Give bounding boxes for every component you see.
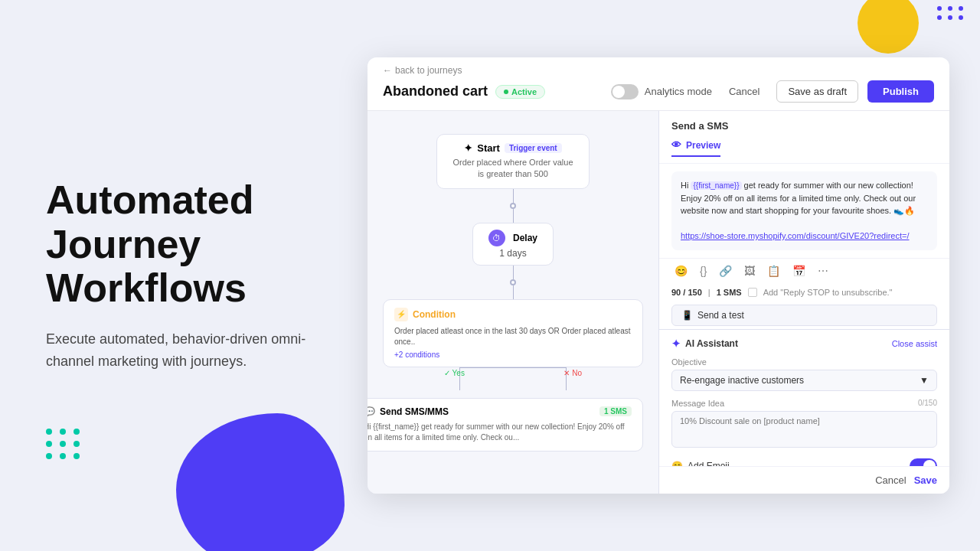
sms-preview-text: Hi {{first_name}} get ready for summer w… xyxy=(368,422,632,443)
connector-dot-2 xyxy=(510,279,516,285)
back-link[interactable]: ← back to journeys xyxy=(383,65,934,76)
code-button[interactable]: {} xyxy=(697,263,710,279)
connector-dot-1 xyxy=(510,203,516,209)
journey-canvas: ✦ Start Trigger event Order placed where… xyxy=(368,111,658,494)
sms-label: Send SMS/MMS xyxy=(380,406,449,417)
close-assist-button[interactable]: Close assist xyxy=(892,339,937,348)
delay-node[interactable]: ⏱ Delay 1 days xyxy=(472,223,554,266)
emoji-button[interactable]: 😊 xyxy=(671,263,691,279)
toggle-knob xyxy=(612,86,625,98)
analytics-label: Analytics mode xyxy=(645,86,712,97)
preview-label: Preview xyxy=(686,140,720,151)
branch-labels: ✓ Yes ✕ No xyxy=(436,369,590,377)
stats-row: 90 / 150 | 1 SMS Add "Reply STOP to unsu… xyxy=(659,283,949,302)
active-dot xyxy=(504,90,508,94)
sms-title: 💬 Send SMS/MMS xyxy=(368,406,449,417)
preview-link[interactable]: https://shoe-store.myshopify.com/discoun… xyxy=(681,231,909,240)
branch-connector: ✓ Yes ✕ No xyxy=(436,367,590,398)
right-panel: Send a SMS 👁 Preview Hi {{first_name}} g… xyxy=(658,111,949,494)
journey-title-area: Abandoned cart Active xyxy=(383,83,545,99)
ai-header: ✦ AI Assistant Close assist xyxy=(671,337,937,350)
connector-2 xyxy=(513,209,514,223)
condition-node[interactable]: ⚡ Condition Order placed atleast once in… xyxy=(383,299,643,367)
top-bar-row: Abandoned cart Active Analytics mode Can… xyxy=(383,80,934,103)
start-node-header: ✦ Start Trigger event xyxy=(449,142,577,154)
active-badge: Active xyxy=(495,85,545,99)
start-condition: Order placed where Order value is greate… xyxy=(449,157,577,181)
analytics-toggle[interactable]: Analytics mode xyxy=(611,84,712,99)
back-link-label: back to journeys xyxy=(395,65,462,76)
connector-1 xyxy=(513,189,514,203)
footer-save-button[interactable]: Save xyxy=(914,474,937,486)
link-button[interactable]: 🔗 xyxy=(716,263,735,279)
main-description: Execute automated, behavior-driven omni-… xyxy=(46,328,322,373)
trigger-tag: Trigger event xyxy=(505,143,562,153)
journey-title: Abandoned cart xyxy=(383,83,488,99)
objective-value: Re-engage inactive customers xyxy=(680,375,804,386)
delay-value: 1 days xyxy=(488,248,537,259)
content-area: ✦ Start Trigger event Order placed where… xyxy=(368,111,949,494)
condition-more[interactable]: +2 conditions xyxy=(394,350,632,359)
message-toolbar: 😊 {} 🔗 🖼 📋 📅 ⋯ xyxy=(659,258,949,283)
calendar-button[interactable]: 📅 xyxy=(789,263,808,279)
send-test-button[interactable]: 📱 Send a test xyxy=(671,305,937,326)
preview-message-box: Hi {{first_name}} get ready for summer w… xyxy=(671,171,937,250)
reply-stop-checkbox[interactable] xyxy=(748,288,757,297)
ai-icon: ✦ xyxy=(671,337,681,350)
sms-node[interactable]: 💬 Send SMS/MMS 1 SMS Hi {{first_name}} g… xyxy=(368,398,643,452)
add-emoji-toggle[interactable] xyxy=(910,458,937,467)
message-idea-input[interactable] xyxy=(671,411,937,448)
objective-select[interactable]: Re-engage inactive customers ▼ xyxy=(671,370,937,391)
start-node[interactable]: ✦ Start Trigger event Order placed where… xyxy=(436,134,590,189)
message-idea-char-count: 0/150 xyxy=(918,399,937,407)
top-bar: ← back to journeys Abandoned cart Active… xyxy=(368,57,949,111)
analytics-toggle-switch[interactable] xyxy=(611,84,639,99)
eye-icon: 👁 xyxy=(671,139,681,151)
branch-no-label: ✕ No xyxy=(564,369,582,377)
top-bar-actions: Analytics mode Cancel Save as draft Publ… xyxy=(611,80,934,103)
objective-field-row: Objective Re-engage inactive customers ▼ xyxy=(671,357,937,391)
sms-badge: 1 SMS xyxy=(599,406,632,416)
footer-cancel-button[interactable]: Cancel xyxy=(875,474,906,486)
connector-4 xyxy=(513,285,514,299)
ai-title: ✦ AI Assistant xyxy=(671,337,738,350)
toggle-on-knob xyxy=(923,460,936,467)
message-idea-label: Message Idea xyxy=(671,399,724,408)
save-draft-button[interactable]: Save as draft xyxy=(776,80,858,103)
char-count: 90 / 150 xyxy=(671,288,702,297)
back-arrow-icon: ← xyxy=(383,65,392,76)
more-button[interactable]: ⋯ xyxy=(815,263,831,279)
branch-h-line xyxy=(459,367,567,368)
separator: | xyxy=(708,288,710,297)
app-window: ← back to journeys Abandoned cart Active… xyxy=(368,57,949,494)
image-button[interactable]: 🖼 xyxy=(741,263,758,279)
start-label: Start xyxy=(477,142,500,154)
media-button[interactable]: 📋 xyxy=(764,263,783,279)
add-emoji-label: 😊 Add Emoji xyxy=(671,461,730,467)
main-heading: Automated Journey Workflows xyxy=(46,178,322,310)
add-emoji-row: 😊 Add Emoji xyxy=(671,458,937,467)
decorative-dots-bottom-left xyxy=(46,429,81,459)
delay-label: Delay xyxy=(513,233,537,243)
message-idea-field-row: Message Idea 0/150 xyxy=(671,399,937,451)
ai-title-label: AI Assistant xyxy=(685,338,738,349)
branch-yes-label: ✓ Yes xyxy=(444,369,465,377)
cancel-button[interactable]: Cancel xyxy=(721,81,767,102)
decorative-yellow-circle xyxy=(858,0,919,54)
reply-stop-label: Add "Reply STOP to unsubscribe." xyxy=(763,288,893,297)
preview-tab[interactable]: 👁 Preview xyxy=(671,139,720,157)
condition-label: Condition xyxy=(413,309,456,320)
panel-title: Send a SMS xyxy=(671,120,937,132)
condition-header: ⚡ Condition xyxy=(394,308,632,321)
publish-button[interactable]: Publish xyxy=(867,80,934,103)
sms-icon: 💬 xyxy=(368,406,375,417)
sms-header: 💬 Send SMS/MMS 1 SMS xyxy=(368,406,632,417)
decorative-dots-top-right xyxy=(937,6,965,20)
sms-count: 1 SMS xyxy=(717,288,742,297)
panel-header: Send a SMS 👁 Preview xyxy=(659,111,949,164)
emoji-icon: 😊 xyxy=(671,461,683,467)
panel-footer: Cancel Save xyxy=(659,466,949,494)
send-test-icon: 📱 xyxy=(681,310,693,321)
condition-text: Order placed atleast once in the last 30… xyxy=(394,326,632,347)
start-icon: ✦ xyxy=(464,142,472,154)
